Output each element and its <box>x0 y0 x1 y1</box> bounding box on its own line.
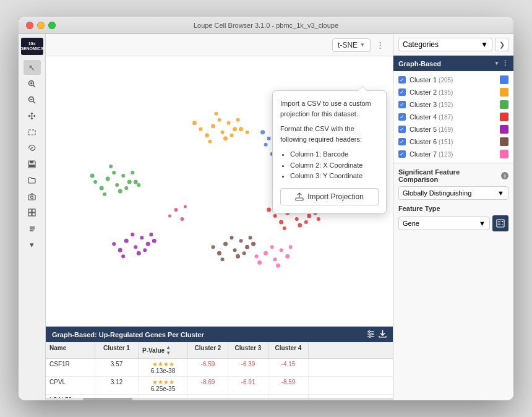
sort-icon: ▲▼ <box>166 345 171 356</box>
cluster-list: ✓ Cluster 1 (205) ✓ Cluster 2 (195) ✓ Cl… <box>393 71 513 163</box>
info-icon[interactable]: i <box>501 172 508 179</box>
scroll-down-icon[interactable]: ▾ <box>24 237 41 252</box>
svg-point-68 <box>137 183 140 187</box>
cluster-checkbox-5[interactable]: ✓ <box>398 138 406 145</box>
svg-point-43 <box>227 121 231 125</box>
import-projection-button[interactable]: Import Projection <box>280 188 379 205</box>
cell-cluster2-1: -8.69 <box>188 377 228 394</box>
scatter-plot-area[interactable]: Import a CSV to use a custom projection … <box>46 56 393 326</box>
cluster-checkbox-6[interactable]: ✓ <box>398 150 406 158</box>
svg-point-67 <box>109 165 113 168</box>
cluster-item-3: ✓ Cluster 4 (187) <box>393 111 513 123</box>
svg-point-92 <box>137 251 141 256</box>
categories-header: Categories ▼ ❯ <box>393 34 513 56</box>
popup-bullet-1: Column 1: Barcode <box>290 149 379 160</box>
svg-point-64 <box>103 192 106 196</box>
cell-name-1: CPVL <box>46 377 95 394</box>
cluster-label-3: Cluster 4 (187) <box>410 113 496 121</box>
feature-type-row: Gene ▼ <box>398 215 508 231</box>
select-tool-icon[interactable]: ↖ <box>24 60 41 75</box>
calculate-button[interactable] <box>492 215 508 231</box>
svg-point-128 <box>369 336 371 338</box>
list-icon[interactable] <box>24 221 41 236</box>
camera-icon[interactable] <box>24 189 41 204</box>
svg-point-99 <box>217 251 221 256</box>
svg-point-101 <box>245 245 249 249</box>
rect-select-icon[interactable] <box>24 124 41 139</box>
calculator-icon <box>496 219 505 228</box>
lasso-icon[interactable] <box>24 140 41 155</box>
svg-point-100 <box>239 239 243 243</box>
table-download-icon[interactable] <box>379 330 387 339</box>
zoom-in-icon[interactable] <box>24 76 41 91</box>
scroll-thumb[interactable] <box>83 398 132 400</box>
col-cluster4[interactable]: Cluster 4 <box>268 342 309 358</box>
svg-rect-14 <box>32 209 35 212</box>
svg-point-103 <box>211 245 215 249</box>
svg-point-58 <box>121 174 125 178</box>
projection-dropdown[interactable]: t-SNE ▼ <box>332 38 371 52</box>
svg-point-57 <box>100 186 104 190</box>
svg-point-91 <box>112 242 116 246</box>
svg-point-72 <box>279 220 283 225</box>
cluster-item-5: ✓ Cluster 6 (151) <box>393 135 513 148</box>
cluster-color-4 <box>500 125 508 134</box>
cluster-label-1: Cluster 2 (195) <box>410 88 496 96</box>
cell-pval-0: ★★★★ 6.13e-38 <box>139 359 188 376</box>
globally-distinguishing-dropdown[interactable]: Globally Distinguishing ▼ <box>398 186 508 200</box>
svg-point-84 <box>267 208 271 212</box>
cluster-checkbox-1[interactable]: ✓ <box>398 88 406 96</box>
graph-more-icon[interactable]: ⋮ <box>502 59 508 67</box>
categories-dropdown[interactable]: Categories ▼ <box>398 38 492 51</box>
save-icon[interactable] <box>24 157 41 171</box>
col-cluster3[interactable]: Cluster 3 <box>228 342 268 358</box>
center-area: t-SNE ▼ ⋮ <box>46 34 393 400</box>
svg-point-44 <box>233 127 237 131</box>
svg-point-106 <box>221 257 225 261</box>
svg-point-83 <box>317 217 320 221</box>
close-button[interactable] <box>26 22 33 29</box>
svg-line-5 <box>33 101 36 103</box>
cluster-checkbox-3[interactable]: ✓ <box>398 113 406 121</box>
svg-point-88 <box>140 236 144 239</box>
svg-point-115 <box>255 254 259 258</box>
table-settings-icon[interactable] <box>367 330 375 339</box>
projection-more-icon[interactable]: ⋮ <box>373 38 387 52</box>
svg-point-45 <box>217 118 221 122</box>
main-layout: 10xGENOMICS ↖ <box>19 34 513 400</box>
cell-cluster1-0: 3.57 <box>95 359 139 376</box>
folder-icon[interactable] <box>24 173 41 187</box>
cluster-checkbox-4[interactable]: ✓ <box>398 126 406 133</box>
horizontal-scrollbar[interactable] <box>46 398 393 400</box>
svg-rect-15 <box>28 213 32 216</box>
svg-rect-122 <box>296 198 303 200</box>
cell-cluster2-0: -6.59 <box>188 359 228 376</box>
cluster-checkbox-0[interactable]: ✓ <box>398 76 406 84</box>
categories-dropdown-arrow: ▼ <box>481 40 488 49</box>
svg-point-117 <box>289 245 293 249</box>
svg-point-105 <box>249 236 252 239</box>
svg-point-65 <box>124 186 128 190</box>
cluster-checkbox-2[interactable]: ✓ <box>398 101 406 108</box>
popup-column-list: Column 1: Barcode Column 2: X Coordinate… <box>290 149 379 182</box>
gene-type-dropdown[interactable]: Gene ▼ <box>398 217 490 230</box>
minimize-button[interactable] <box>37 22 45 29</box>
zoom-out-icon[interactable] <box>24 92 41 107</box>
feature-dropdown-arrow: ▼ <box>497 189 504 197</box>
graph-dropdown-arrow[interactable]: ▼ <box>494 61 499 66</box>
svg-point-54 <box>192 121 197 125</box>
move-tool-icon[interactable] <box>24 108 41 123</box>
maximize-button[interactable] <box>48 22 56 29</box>
grid-icon[interactable] <box>24 205 41 220</box>
cell-pval-1: ★★★★ 6.25e-35 <box>139 377 188 394</box>
svg-point-89 <box>146 242 150 246</box>
col-cluster2[interactable]: Cluster 2 <box>188 342 228 358</box>
col-cluster1[interactable]: Cluster 1 <box>95 342 139 358</box>
cluster-label-2: Cluster 3 (192) <box>410 101 496 108</box>
col-pval[interactable]: P-Value ▲▼ <box>139 342 188 358</box>
import-btn-label: Import Projection <box>307 192 364 201</box>
cluster-color-2 <box>500 100 508 109</box>
nav-next-arrow[interactable]: ❯ <box>495 38 508 51</box>
cluster-label-5: Cluster 6 (151) <box>410 138 496 145</box>
sig-feature-title: Significant Feature Comparison i <box>398 168 508 183</box>
